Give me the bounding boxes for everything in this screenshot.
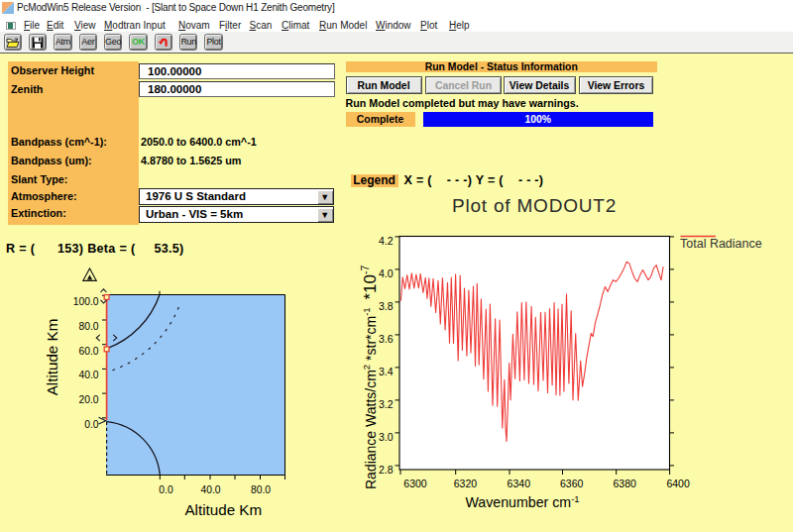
svg-text:100.0: 100.0 bbox=[73, 296, 99, 307]
svg-text:Radiance Watts/cm2 *str*cm-1: Radiance Watts/cm2 *str*cm-1 *10-7 bbox=[359, 266, 380, 489]
svg-text:40.0: 40.0 bbox=[78, 370, 98, 380]
svg-text:3.0: 3.0 bbox=[379, 431, 394, 443]
svg-text:6300: 6300 bbox=[403, 478, 427, 489]
svg-text:3.2: 3.2 bbox=[379, 398, 394, 410]
svg-text:80.0: 80.0 bbox=[251, 484, 271, 495]
svg-text:Wavenumber cm-1: Wavenumber cm-1 bbox=[465, 493, 579, 510]
svg-text:6380: 6380 bbox=[614, 478, 637, 489]
svg-text:3.8: 3.8 bbox=[379, 300, 394, 312]
svg-text:4.0: 4.0 bbox=[379, 267, 394, 279]
svg-text:6320: 6320 bbox=[454, 478, 478, 489]
svg-text:Altitude Km: Altitude Km bbox=[184, 501, 262, 518]
svg-text:60.0: 60.0 bbox=[78, 346, 98, 357]
svg-text:40.0: 40.0 bbox=[200, 484, 220, 495]
svg-text:80.0: 80.0 bbox=[78, 321, 98, 332]
svg-text:6360: 6360 bbox=[560, 478, 584, 489]
svg-text:0.0: 0.0 bbox=[159, 484, 173, 495]
svg-text:Total Radiance: Total Radiance bbox=[680, 237, 762, 251]
svg-text:6400: 6400 bbox=[666, 478, 690, 489]
svg-text:3.4: 3.4 bbox=[379, 366, 394, 377]
svg-text:3.6: 3.6 bbox=[379, 333, 394, 345]
svg-text:Altitude Km: Altitude Km bbox=[44, 319, 60, 396]
svg-text:6340: 6340 bbox=[508, 478, 531, 489]
svg-text:20.0: 20.0 bbox=[78, 394, 98, 405]
svg-text:4.2: 4.2 bbox=[379, 235, 394, 247]
svg-text:2.8: 2.8 bbox=[379, 464, 394, 476]
svg-text:0.0: 0.0 bbox=[84, 419, 99, 430]
